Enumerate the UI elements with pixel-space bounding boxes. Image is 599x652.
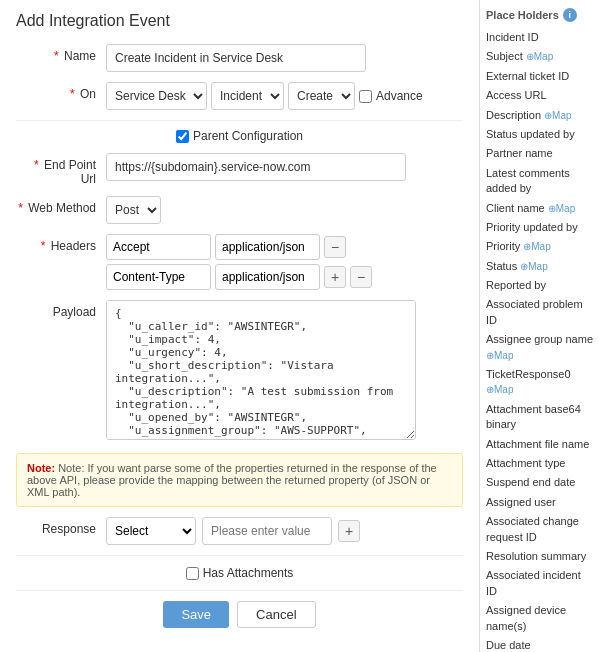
sidebar-item: Assigned device name(s)	[486, 601, 593, 636]
name-required-star: *	[54, 49, 59, 63]
advance-checkbox[interactable]	[359, 90, 372, 103]
on-required-star: *	[70, 87, 75, 101]
headers-required-star: *	[41, 239, 46, 253]
advance-checkbox-label: Advance	[359, 89, 423, 103]
sidebar-item: Assignee group name ⊕Map	[486, 330, 593, 365]
endpoint-input[interactable]	[106, 153, 406, 181]
on-group: * On Service Desk Incident Create Advanc…	[16, 82, 463, 110]
header1-key-input[interactable]	[106, 234, 211, 260]
map-icon[interactable]: ⊕Map	[523, 241, 550, 252]
map-icon[interactable]: ⊕Map	[544, 110, 571, 121]
name-label: * Name	[16, 44, 106, 63]
web-method-select[interactable]: Post	[106, 196, 161, 224]
sidebar-item: Subject ⊕Map	[486, 47, 593, 66]
sidebar-item: Assigned user	[486, 493, 593, 512]
sidebar-item: Associated change request ID	[486, 512, 593, 547]
name-input[interactable]	[106, 44, 366, 72]
sidebar-item: Associated incident ID	[486, 566, 593, 601]
header1-remove-button[interactable]: −	[324, 236, 346, 258]
divider-1	[16, 120, 463, 121]
endpoint-required-star: *	[34, 158, 39, 172]
note-box: Note: Note: If you want parse some of th…	[16, 453, 463, 507]
on-label: * On	[16, 82, 106, 101]
map-icon[interactable]: ⊕Map	[520, 261, 547, 272]
note-text: Note: If you want parse some of the prop…	[27, 462, 437, 498]
map-icon[interactable]: ⊕Map	[486, 384, 513, 395]
sidebar: Place Holders i Incident IDSubject ⊕MapE…	[479, 0, 599, 652]
payload-textarea[interactable]: { "u_caller_id": "AWSINTEGR", "u_impact"…	[106, 300, 416, 440]
map-icon[interactable]: ⊕Map	[548, 203, 575, 214]
sidebar-items-container: Incident IDSubject ⊕MapExternal ticket I…	[486, 28, 593, 652]
sidebar-item: External ticket ID	[486, 67, 593, 86]
name-group: * Name	[16, 44, 463, 72]
action-buttons: Save Cancel	[16, 590, 463, 628]
main-form-area: Add Integration Event * Name * On Servic…	[0, 0, 479, 652]
sidebar-item: Priority updated by	[486, 218, 593, 237]
response-control-wrap: Select +	[106, 517, 463, 545]
response-value-input[interactable]	[202, 517, 332, 545]
note-label: Note:	[27, 462, 55, 474]
endpoint-label: * End Point Url	[16, 153, 106, 186]
sidebar-item: Client name ⊕Map	[486, 199, 593, 218]
sidebar-item: Incident ID	[486, 28, 593, 47]
name-control-wrap	[106, 44, 463, 72]
response-group: Response Select +	[16, 517, 463, 545]
sidebar-item: Attachment base64 binary	[486, 400, 593, 435]
placeholder-info-icon[interactable]: i	[563, 8, 577, 22]
payload-label: Payload	[16, 300, 106, 319]
sidebar-item: Reported by	[486, 276, 593, 295]
sidebar-item: Access URL	[486, 86, 593, 105]
sidebar-item: TicketResponse0 ⊕Map	[486, 365, 593, 400]
save-button[interactable]: Save	[163, 601, 229, 628]
has-attachments-row: Has Attachments	[16, 566, 463, 580]
web-method-control-wrap: Post	[106, 196, 463, 224]
header2-value-input[interactable]	[215, 264, 320, 290]
map-icon[interactable]: ⊕Map	[526, 51, 553, 62]
sidebar-item: Associated problem ID	[486, 295, 593, 330]
sidebar-item: Description ⊕Map	[486, 106, 593, 125]
parent-config-label: Parent Configuration	[176, 129, 303, 143]
sidebar-item: Priority ⊕Map	[486, 237, 593, 256]
has-attachments-label: Has Attachments	[186, 566, 294, 580]
sidebar-item: Due date	[486, 636, 593, 652]
sidebar-item: Partner name	[486, 144, 593, 163]
sidebar-item: Latest comments added by	[486, 164, 593, 199]
endpoint-control-wrap	[106, 153, 463, 181]
header2-remove-button[interactable]: −	[350, 266, 372, 288]
cancel-button[interactable]: Cancel	[237, 601, 315, 628]
headers-label: * Headers	[16, 234, 106, 253]
endpoint-group: * End Point Url	[16, 153, 463, 186]
divider-2	[16, 555, 463, 556]
header1-value-input[interactable]	[215, 234, 320, 260]
sidebar-item: Status ⊕Map	[486, 257, 593, 276]
response-label: Response	[16, 517, 106, 536]
sidebar-item: Suspend end date	[486, 473, 593, 492]
sidebar-item: Resolution summary	[486, 547, 593, 566]
headers-control-wrap: − + −	[106, 234, 463, 290]
header2-key-input[interactable]	[106, 264, 211, 290]
page-title: Add Integration Event	[16, 12, 463, 30]
headers-group: * Headers − + −	[16, 234, 463, 290]
web-method-label: * Web Method	[16, 196, 106, 215]
payload-control-wrap: { "u_caller_id": "AWSINTEGR", "u_impact"…	[106, 300, 463, 443]
parent-config-checkbox[interactable]	[176, 130, 189, 143]
payload-group: Payload { "u_caller_id": "AWSINTEGR", "u…	[16, 300, 463, 443]
has-attachments-checkbox[interactable]	[186, 567, 199, 580]
map-icon[interactable]: ⊕Map	[486, 350, 513, 361]
header2-add-button[interactable]: +	[324, 266, 346, 288]
on-control-wrap: Service Desk Incident Create Advance	[106, 82, 463, 110]
web-method-required-star: *	[18, 201, 23, 215]
sidebar-title: Place Holders i	[486, 8, 593, 22]
sidebar-item: Attachment file name	[486, 435, 593, 454]
sidebar-item: Status updated by	[486, 125, 593, 144]
header-row-2: + −	[106, 264, 463, 290]
on-action-select[interactable]: Create	[288, 82, 355, 110]
on-event-select[interactable]: Incident	[211, 82, 284, 110]
web-method-group: * Web Method Post	[16, 196, 463, 224]
on-service-select[interactable]: Service Desk	[106, 82, 207, 110]
sidebar-item: Attachment type	[486, 454, 593, 473]
response-select[interactable]: Select	[106, 517, 196, 545]
response-add-button[interactable]: +	[338, 520, 360, 542]
parent-config-row: Parent Configuration	[16, 129, 463, 143]
header-row-1: −	[106, 234, 463, 260]
